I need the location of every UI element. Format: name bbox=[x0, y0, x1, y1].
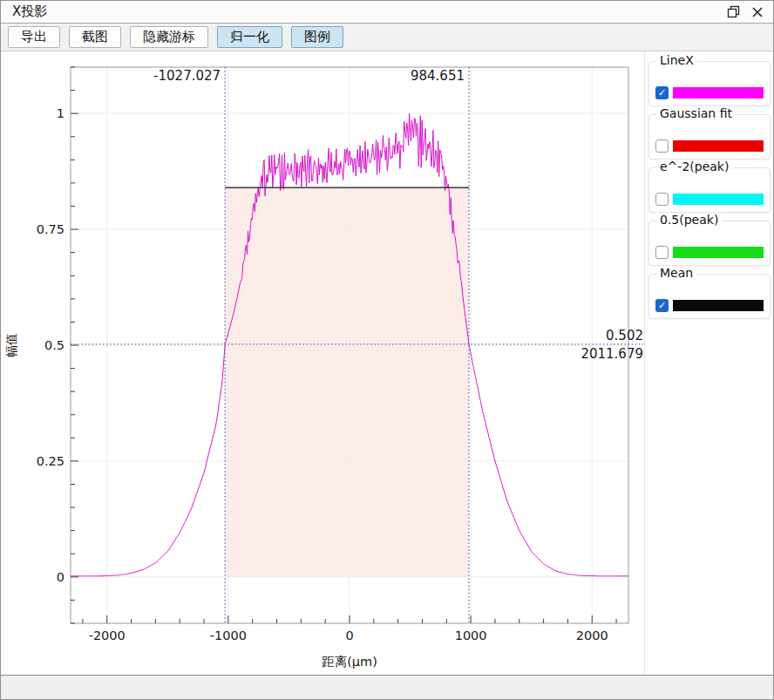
y-tick-label: 0.75 bbox=[37, 222, 64, 236]
legend-group-mean: Mean ✓ bbox=[648, 274, 771, 319]
legend-group-linex: LineX ✓ bbox=[648, 61, 771, 106]
y-tick-label: 0 bbox=[57, 570, 64, 584]
restore-window-button[interactable] bbox=[724, 3, 742, 21]
gaussian-fit-colorbar[interactable] bbox=[673, 140, 764, 152]
x-tick-label: -2000 bbox=[89, 629, 126, 642]
cursor-right-value: 984.651 bbox=[411, 68, 465, 84]
e2-peak-colorbar[interactable] bbox=[673, 194, 764, 205]
fwhm-width-value: 2011.679 bbox=[580, 346, 643, 362]
legend-label: e^-2(peak) bbox=[656, 160, 732, 173]
legend-label: 0.5(peak) bbox=[656, 213, 722, 227]
tab-label: 3D显示 bbox=[10, 676, 48, 697]
legend-row: ✓ bbox=[655, 299, 764, 312]
half-peak-checkbox[interactable] bbox=[655, 246, 669, 259]
half-peak-colorbar[interactable] bbox=[673, 247, 764, 258]
x-axis-title: 距离(μm) bbox=[322, 655, 377, 669]
tab-label: Y投影 bbox=[4, 676, 43, 697]
y-axis-title: 幅值 bbox=[4, 333, 18, 357]
y-tick-label: 0.25 bbox=[37, 454, 64, 468]
mean-colorbar[interactable] bbox=[673, 300, 764, 311]
export-button[interactable]: 导出 bbox=[8, 26, 60, 48]
tab-bar: Y投影 X投影 3D显示 光斑显示 bbox=[1, 675, 773, 699]
x-projection-window: X投影 导出 截图 隐藏游标 归一化 图例 -2000-100001000200… bbox=[0, 0, 774, 700]
panel-divider bbox=[644, 51, 645, 675]
mean-checkbox[interactable]: ✓ bbox=[655, 299, 669, 312]
legend-row: ✓ bbox=[655, 86, 764, 99]
window-title: X投影 bbox=[12, 3, 47, 20]
y-tick-label: 0.5 bbox=[44, 338, 64, 352]
legend-group-half-peak: 0.5(peak) bbox=[648, 221, 771, 266]
legend-row bbox=[655, 139, 764, 153]
toolbar: 导出 截图 隐藏游标 归一化 图例 bbox=[1, 24, 773, 51]
legend-row bbox=[655, 193, 764, 206]
fwhm-fill-region bbox=[225, 187, 469, 577]
legend-group-e2-peak: e^-2(peak) bbox=[648, 167, 771, 213]
x-tick-label: -1000 bbox=[210, 629, 247, 642]
hide-cursor-button[interactable]: 隐藏游标 bbox=[130, 26, 208, 48]
close-window-button[interactable] bbox=[749, 3, 766, 21]
normalize-button[interactable]: 归一化 bbox=[217, 26, 282, 48]
close-icon bbox=[751, 6, 764, 18]
legend-label: Mean bbox=[656, 266, 696, 280]
half-level-value: 0.502 bbox=[606, 328, 643, 343]
e2-peak-checkbox[interactable] bbox=[655, 193, 669, 206]
legend-group-gaussian-fit: Gaussian fit bbox=[648, 114, 771, 160]
restore-icon bbox=[727, 5, 740, 18]
legend-label: LineX bbox=[656, 53, 697, 67]
linex-colorbar[interactable] bbox=[673, 87, 764, 99]
x-tick-label: 1000 bbox=[455, 629, 487, 642]
gaussian-fit-checkbox[interactable] bbox=[655, 139, 669, 153]
screenshot-button[interactable]: 截图 bbox=[69, 26, 121, 48]
linex-checkbox[interactable]: ✓ bbox=[655, 86, 669, 99]
tab-label: X投影 bbox=[7, 675, 45, 697]
cursor-left-value: -1027.027 bbox=[153, 68, 221, 84]
title-bar: X投影 bbox=[1, 1, 773, 24]
y-tick-label: 1 bbox=[57, 106, 64, 120]
x-tick-label: 0 bbox=[345, 629, 353, 642]
legend-row bbox=[655, 246, 764, 259]
chart-area: -2000-100001000200000.250.50.751距离(μm)幅值… bbox=[1, 51, 773, 675]
legend-panel: LineX ✓ Gaussian fit e^-2(peak) bbox=[648, 61, 771, 327]
legend-label: Gaussian fit bbox=[656, 106, 736, 120]
beam-profile-chart: -2000-100001000200000.250.50.751距离(μm)幅值… bbox=[1, 51, 646, 675]
legend-toggle-button[interactable]: 图例 bbox=[291, 26, 343, 48]
tab-label: 光斑显示 bbox=[12, 676, 51, 697]
x-tick-label: 2000 bbox=[576, 629, 608, 642]
